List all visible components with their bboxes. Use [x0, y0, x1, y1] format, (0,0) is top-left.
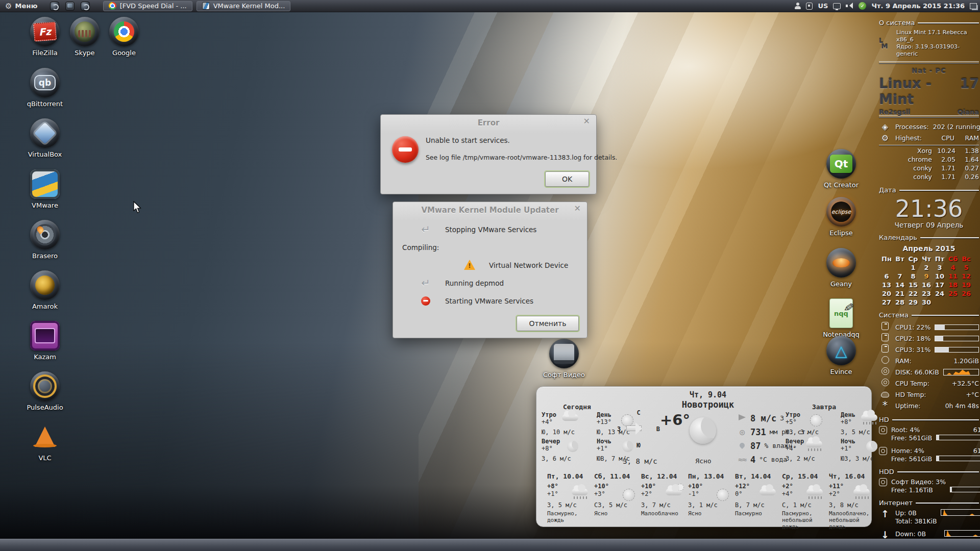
disk-label: Root: 4%	[891, 426, 932, 434]
calendar-day: 11	[946, 272, 960, 281]
hd-temp-label: HD Temp:	[895, 391, 962, 398]
forecast-desc: Ясно	[594, 510, 640, 517]
forecast-part: Утро +5°ЮЗ, 3 м/с	[786, 411, 837, 438]
part-name: День	[841, 411, 855, 418]
hd-rows: Root: 4%Free: 561GiB618GiBHome: 4%Free: …	[879, 426, 979, 463]
desktop-icon-brasero[interactable]: Brasero	[16, 220, 74, 260]
desktop-icon-notepadqq[interactable]: Notepadqq	[813, 298, 870, 338]
desktop-icon-virtualbox[interactable]: VirtualBox	[16, 118, 74, 158]
partly-icon	[666, 489, 682, 495]
cloud-icon	[562, 414, 578, 421]
desktop-icon-qbittorrent[interactable]: qBittorrent	[16, 68, 74, 108]
current-condition: Ясно	[685, 457, 721, 465]
calendar-day: 10	[933, 272, 946, 281]
shield-check-icon[interactable]: ✓	[859, 2, 866, 10]
tablet-icon[interactable]	[806, 3, 813, 10]
weekday-label: Вс	[960, 255, 973, 263]
desktop-icon-vmware[interactable]: VMware	[16, 169, 74, 209]
compass-east: В	[656, 425, 660, 433]
forecast-part: День +8°З, 5 м/с	[841, 411, 892, 438]
forecast-desc: Малооблачно	[641, 510, 687, 517]
forecast-day: Пн, 13.04+10°-1°З, 1 м/сЯсно	[688, 472, 734, 517]
cpu-icon	[879, 333, 891, 343]
system-tray: US ✓ Чт. 9 Апрель 2015 21:36	[795, 0, 980, 12]
close-icon[interactable]: ✕	[583, 117, 590, 126]
forecast-day-name: Сб, 11.04	[594, 472, 640, 480]
evince-icon	[826, 336, 856, 365]
close-icon[interactable]: ✕	[574, 205, 581, 213]
desktop-icon-google[interactable]: Google	[95, 17, 153, 57]
part-wind: З, 6 м/с	[542, 455, 571, 462]
desktop-icon-kazam[interactable]: Kazam	[16, 321, 74, 361]
desktop-icon-vlc[interactable]: VLC	[16, 422, 74, 462]
weekday-label: Пн	[880, 255, 893, 263]
calendar-grid: ПнВтСрЧтПтСбВс12345678910111213141516171…	[880, 255, 979, 307]
desktop-icon-софт-видео[interactable]: Софт Видео	[535, 339, 593, 379]
desktop-icon-eclipse[interactable]: Eclipse	[813, 197, 870, 237]
disk-bar	[950, 487, 980, 492]
menu-button[interactable]: ⚙ Меню	[0, 0, 43, 12]
bottom-panel[interactable]	[0, 539, 980, 551]
disk-free: Free: 1.16TiB	[891, 486, 946, 494]
calendar-week: 6789101112	[880, 272, 979, 281]
taskbar-window-vmware[interactable]: VMware Kernel Mod...	[197, 1, 291, 11]
calendar-week: 13141516171819	[880, 281, 979, 289]
compass-wind-speed: З, 8 м/с	[612, 457, 668, 465]
calendar-week: 27282930	[880, 298, 979, 307]
disk-usage-row: Root: 4%Free: 561GiB618GiB	[879, 426, 979, 442]
updater-dialog-title[interactable]: VMware Kernel Module Updater	[393, 206, 587, 215]
process-cell: chrome	[879, 156, 932, 164]
part-temp: +8°	[841, 418, 852, 425]
forecast-hi: +10°	[688, 483, 734, 490]
desktop-icon-qt-creator[interactable]: Qt Creator	[813, 149, 870, 189]
launcher-knot-icon[interactable]	[50, 2, 59, 11]
calendar-day	[960, 298, 973, 307]
process-cell: 1.64	[955, 156, 979, 164]
updater-steps: ↵Stopping VMware ServicesCompiling:Virtu…	[393, 220, 587, 310]
ok-button[interactable]: OK	[545, 171, 589, 187]
weekday-label: Вт	[893, 255, 906, 263]
desktop-icon-pulseaudio[interactable]: PulseAudio	[16, 371, 74, 411]
part-name: Ночь	[597, 438, 611, 445]
calendar-day: 17	[933, 281, 946, 289]
vmware-icon	[30, 169, 60, 199]
calendar-day: 22	[906, 289, 920, 298]
launcher-screen-icon[interactable]	[65, 2, 75, 11]
display-icon[interactable]	[833, 3, 841, 9]
current-temp: +6°	[660, 411, 690, 429]
clock-applet[interactable]: Чт. 9 Апрель 2015 21:36	[871, 2, 965, 10]
desktop-icon-amarok[interactable]: Amarok	[16, 270, 74, 310]
chrome-icon	[109, 2, 116, 10]
cancel-button[interactable]: Отменить	[517, 316, 579, 331]
calendar-day: 16	[920, 281, 933, 289]
disk-bar	[936, 456, 980, 461]
desktop-icon-evince[interactable]: Evince	[813, 336, 870, 375]
calendar-day	[880, 263, 893, 272]
down-graph	[944, 530, 980, 537]
launcher-knot-icon-2[interactable]	[81, 2, 90, 11]
error-dialog-title[interactable]: Error	[381, 118, 596, 128]
sun-icon	[717, 489, 729, 501]
forecast-day-name: Пт, 10.04	[547, 472, 593, 480]
cpu1-bar	[935, 324, 979, 330]
up-total: Total: 381KiB	[895, 517, 937, 525]
user-session-icon[interactable]	[795, 3, 801, 9]
calendar-day: 14	[893, 281, 906, 289]
ram-value: 1.20GiB	[953, 357, 979, 365]
desktop-icon-geany[interactable]: Geany	[813, 248, 870, 288]
volume-icon[interactable]	[846, 3, 853, 9]
taskbar-window-browser[interactable]: [FVD Speed Dial - ...	[103, 1, 192, 11]
forecast-desc: Малооблачно, небольшой дождь	[829, 510, 875, 530]
hd-temp-value: +°C	[966, 391, 979, 398]
process-table: Xorg10.241.38chrome2.051.64conky1.710.27…	[879, 147, 979, 182]
sun-icon	[623, 489, 635, 501]
forecast-day-name: Ср, 15.04	[782, 472, 828, 480]
cpu1-row: CPU1: 22%	[879, 321, 979, 333]
window-list-icon[interactable]	[970, 3, 977, 9]
disk-icon	[879, 367, 891, 377]
process-cell: 0.27	[955, 164, 979, 173]
processes-row: ◈ Processes: 202 (2 running)	[879, 121, 979, 132]
processes-label: Processes:	[895, 123, 929, 131]
cpu1-label: CPU1: 22%	[895, 323, 930, 331]
keyboard-layout-indicator[interactable]: US	[818, 2, 828, 10]
